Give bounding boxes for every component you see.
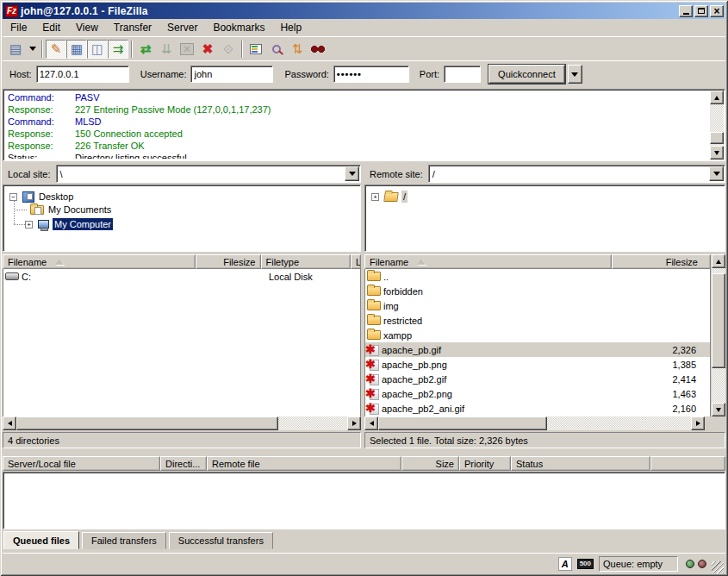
scroll-right-button[interactable] <box>691 416 705 430</box>
remote-file-row[interactable]: restricted <box>365 313 710 328</box>
arrow-down-icon <box>714 151 719 155</box>
port-input[interactable] <box>445 69 480 79</box>
toggle-remote-tree-button[interactable]: ◫ <box>87 40 108 59</box>
column-header-lastmodified[interactable]: L <box>351 254 361 269</box>
remote-site-label: Remote site: <box>364 169 428 179</box>
scroll-thumb[interactable] <box>16 416 278 430</box>
toggle-message-log-button[interactable]: ✎ <box>46 40 66 59</box>
password-field-wrap <box>333 66 409 83</box>
expand-icon[interactable]: + <box>25 221 33 229</box>
remote-file-row[interactable]: xampp <box>365 328 710 342</box>
tree-item-my-computer[interactable]: + My Computer <box>25 218 113 230</box>
remote-hscrollbar[interactable] <box>364 416 705 430</box>
scroll-right-button[interactable] <box>347 416 361 430</box>
local-site-dropdown[interactable] <box>345 166 359 181</box>
scroll-thumb[interactable] <box>378 416 547 430</box>
cancel-operation-button[interactable]: ✕ <box>177 40 197 59</box>
local-site-combo[interactable]: \ <box>56 165 361 183</box>
scroll-left-button[interactable] <box>364 416 378 430</box>
reconnect-button[interactable]: ⟐ <box>218 40 239 59</box>
find-files-button[interactable] <box>308 40 328 59</box>
remote-file-row[interactable]: forbidden <box>365 284 710 298</box>
menu-view[interactable]: View <box>68 19 106 36</box>
menu-bookmarks[interactable]: Bookmarks <box>205 19 272 36</box>
remote-file-row[interactable]: apache_pb2_ani.gif2,160 <box>365 401 710 416</box>
column-header-filetype[interactable]: Filetype <box>261 254 351 269</box>
menu-transfer[interactable]: Transfer <box>106 19 159 36</box>
scroll-up-button[interactable] <box>712 254 725 268</box>
menu-help[interactable]: Help <box>272 19 309 36</box>
column-header-filename[interactable]: Filename <box>3 254 196 269</box>
remote-file-row-selected[interactable]: apache_pb.gif2,326 <box>365 342 710 357</box>
quickconnect-dropdown[interactable] <box>568 65 582 84</box>
scroll-down-button[interactable] <box>712 403 725 416</box>
column-header-remote-file[interactable]: Remote file <box>207 456 401 471</box>
find-files-icon <box>311 45 325 53</box>
close-button[interactable]: × <box>710 5 724 17</box>
menu-edit[interactable]: Edit <box>34 19 68 36</box>
column-header-filesize[interactable]: Filesize <box>612 254 711 269</box>
column-header-size[interactable]: Size <box>401 456 459 471</box>
transfer-type-indicator-icon[interactable]: A <box>558 557 572 571</box>
column-header-filename[interactable]: Filename <box>364 254 612 269</box>
log-scrollbar[interactable] <box>710 91 724 160</box>
local-site-row: Local site: \ <box>3 165 361 183</box>
remote-vscrollbar[interactable] <box>712 254 725 416</box>
expand-icon[interactable]: + <box>371 193 379 201</box>
column-header-status[interactable]: Status <box>511 456 650 471</box>
disconnect-button[interactable]: ✖ <box>197 40 218 59</box>
speed-limit-text: 500 <box>580 560 591 567</box>
column-header-direction[interactable]: Directi... <box>160 456 207 471</box>
remote-file-row[interactable]: apache_pb.png1,385 <box>365 357 710 372</box>
collapse-icon[interactable]: − <box>9 193 17 201</box>
folder-icon <box>367 286 381 296</box>
process-queue-button[interactable]: ⇊ <box>156 40 177 59</box>
host-input[interactable] <box>37 69 128 79</box>
local-hscrollbar[interactable] <box>3 416 361 430</box>
remote-file-row[interactable]: img <box>365 298 710 313</box>
remote-site-combo[interactable]: / <box>428 165 725 183</box>
remote-file-row[interactable]: apache_pb2.png1,463 <box>365 386 710 401</box>
tree-item-root[interactable]: + / <box>371 191 408 203</box>
site-manager-dropdown[interactable] <box>26 40 39 59</box>
log-text: PASV <box>75 91 100 103</box>
scroll-thumb[interactable] <box>710 132 724 144</box>
log-label: Command: <box>8 116 75 128</box>
transfer-queue-list[interactable] <box>3 472 725 529</box>
menu-file[interactable]: File <box>3 19 34 36</box>
maximize-button[interactable] <box>694 5 708 17</box>
local-file-row[interactable]: C: Local Disk <box>3 269 360 284</box>
directory-comparison-button[interactable] <box>266 40 287 59</box>
filter-button[interactable] <box>246 40 266 59</box>
speed-limit-icon[interactable]: 500 <box>577 559 594 569</box>
column-header-server-local-file[interactable]: Server/Local file <box>3 456 160 471</box>
column-header-filesize[interactable]: Filesize <box>196 254 261 269</box>
title-bar[interactable]: Fz john@127.0.0.1 - FileZilla × <box>3 3 725 19</box>
site-manager-button[interactable]: ▤ <box>5 40 26 59</box>
column-header-priority[interactable]: Priority <box>459 456 511 471</box>
remote-site-dropdown[interactable] <box>709 166 724 181</box>
tree-item-desktop[interactable]: − Desktop <box>9 191 75 203</box>
remote-file-row[interactable]: .. <box>365 269 710 284</box>
resize-grip[interactable] <box>712 561 724 573</box>
tab-failed-transfers[interactable]: Failed transfers <box>82 532 166 549</box>
refresh-button[interactable]: ⇄ <box>135 40 156 59</box>
password-input[interactable] <box>334 69 408 79</box>
menu-server[interactable]: Server <box>159 19 205 36</box>
scroll-thumb[interactable] <box>712 273 725 368</box>
tab-queued-files[interactable]: Queued files <box>3 531 79 549</box>
minimize-button[interactable] <box>679 5 693 17</box>
local-tree: − Desktop My Documents + My Computer <box>3 185 361 252</box>
remote-file-row[interactable]: apache_pb2.gif2,414 <box>365 372 710 386</box>
tab-successful-transfers[interactable]: Successful transfers <box>169 532 273 549</box>
local-tree-toggle-icon: ▦ <box>71 42 83 55</box>
scroll-up-button[interactable] <box>710 91 724 104</box>
synchronized-browsing-button[interactable]: ⇅ <box>287 40 308 59</box>
toggle-queue-button[interactable]: ⇉ <box>108 40 128 59</box>
tree-item-my-documents[interactable]: My Documents <box>30 203 113 216</box>
scroll-down-button[interactable] <box>710 146 724 160</box>
username-input[interactable] <box>191 69 272 79</box>
quickconnect-button[interactable]: Quickconnect <box>488 65 565 84</box>
scroll-left-button[interactable] <box>3 416 16 430</box>
toggle-local-tree-button[interactable]: ▦ <box>66 40 87 59</box>
